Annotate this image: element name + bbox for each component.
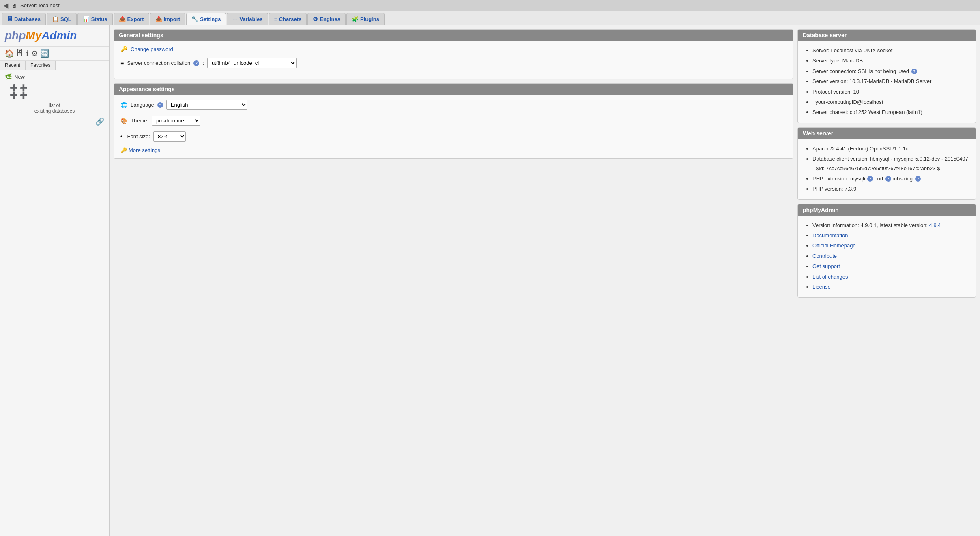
sidebar-icons: 🏠 🗄 ℹ ⚙ 🔄 [0, 47, 109, 61]
list-item: Database client version: libmysql - mysq… [812, 154, 969, 173]
back-arrow[interactable]: ◀ [3, 2, 8, 9]
general-settings-panel: General settings 🔑 Change password ≡ Ser… [114, 29, 793, 79]
bullet: • [120, 133, 122, 139]
change-password-row: 🔑 Change password [120, 46, 787, 52]
tab-variables[interactable]: ↔ Variables [227, 13, 268, 25]
sidebar-new[interactable]: 🌿 New [0, 70, 109, 83]
language-label: Language [131, 102, 154, 108]
link-icon[interactable]: 🔗 [95, 117, 104, 126]
sidebar-tabs: Recent Favorites [0, 61, 109, 70]
theme-label: Theme: [131, 118, 148, 124]
list-item: Documentation [812, 231, 969, 240]
font-size-label: Font size: [127, 133, 150, 139]
sidebar-expand-icons: ➕ ➕ ➕ ➕ [5, 84, 104, 99]
import-icon: 📥 [155, 16, 162, 22]
top-bar: ◀ 🖥 Server: localhost [0, 0, 980, 11]
list-item: License [812, 282, 969, 292]
documentation-link[interactable]: Documentation [812, 232, 848, 238]
engines-icon: ⚙ [313, 16, 318, 22]
tab-export[interactable]: 📤 Export [114, 13, 149, 25]
tab-status[interactable]: 📊 Status [77, 13, 113, 25]
mysqli-help-icon[interactable]: ? [867, 176, 873, 182]
theme-select[interactable]: pmahomme original [152, 116, 200, 126]
language-help-icon[interactable]: ? [157, 102, 163, 108]
expand-btn-4[interactable]: ➕ [19, 92, 28, 99]
license-link[interactable]: License [812, 284, 831, 290]
tab-import[interactable]: 📥 Import [150, 13, 185, 25]
collation-help-icon[interactable]: ? [193, 60, 199, 66]
variables-icon: ↔ [232, 16, 238, 22]
phpmyadmin-body: Version information: 4.9.0.1, latest sta… [798, 216, 976, 298]
logo-php: php [5, 29, 26, 42]
new-label: New [14, 74, 25, 80]
logo-admin: Admin [41, 29, 77, 42]
sql-icon: 📋 [52, 16, 59, 22]
version-link[interactable]: 4.9.4 [929, 222, 941, 228]
list-item: Contribute [812, 251, 969, 261]
ssl-help-icon[interactable]: ? [911, 69, 917, 74]
database-server-body: Server: Localhost via UNIX socket Server… [798, 41, 976, 123]
expand-btn-1[interactable]: ➕ [10, 85, 18, 91]
expand-btn-2[interactable]: ➕ [19, 85, 28, 91]
info-icon[interactable]: ℹ [26, 49, 29, 58]
tab-sql[interactable]: 📋 SQL [47, 13, 77, 25]
tab-charsets[interactable]: ≡ Charsets [269, 13, 307, 25]
sidebar-db-list: list of existing databases [0, 101, 109, 116]
db-icon[interactable]: 🗄 [16, 49, 24, 58]
collation-select[interactable]: utf8mb4_unicode_ci utf8_general_ci latin… [207, 58, 297, 68]
web-server-panel: Web server Apache/2.4.41 (Fedora) OpenSS… [797, 127, 976, 200]
collation-icon: ≡ [120, 60, 124, 66]
list-item: Protocol version: 10 [812, 87, 969, 96]
web-server-body: Apache/2.4.41 (Fedora) OpenSSL/1.1.1c Da… [798, 139, 976, 199]
font-size-select[interactable]: 72% 82% 92% 100% [153, 131, 186, 142]
charsets-icon: ≡ [274, 16, 277, 22]
list-item: Server connection: SSL is not being used… [812, 66, 969, 76]
list-item: Official Homepage [812, 241, 969, 250]
tab-databases[interactable]: 🗄 Databases [2, 13, 46, 25]
content-area: General settings 🔑 Change password ≡ Ser… [110, 25, 980, 536]
list-item: your-computingID@localhost [812, 97, 969, 107]
support-link[interactable]: Get support [812, 263, 840, 269]
main-layout: phpMyAdmin 🏠 🗄 ℹ ⚙ 🔄 Recent Favorites 🌿 … [0, 25, 980, 536]
collation-colon: : [202, 60, 204, 66]
sidebar: phpMyAdmin 🏠 🗄 ℹ ⚙ 🔄 Recent Favorites 🌿 … [0, 25, 110, 536]
contribute-link[interactable]: Contribute [812, 253, 837, 259]
settings-icon: 🔧 [191, 16, 198, 22]
more-settings-link[interactable]: 🔑 More settings [120, 147, 787, 153]
theme-icon: 🎨 [120, 118, 127, 124]
sidebar-tab-favorites[interactable]: Favorites [26, 61, 56, 70]
status-icon: 📊 [83, 16, 90, 22]
language-select[interactable]: English French German Spanish [166, 100, 247, 110]
more-settings-icon: 🔑 [120, 147, 127, 153]
tab-plugins[interactable]: 🧩 Plugins [346, 13, 385, 25]
logo: phpMyAdmin [0, 25, 109, 47]
curl-help-icon[interactable]: ? [885, 176, 891, 182]
right-panels: Database server Server: Localhost via UN… [797, 29, 976, 532]
general-settings-header: General settings [114, 30, 793, 41]
home-icon[interactable]: 🏠 [5, 49, 14, 58]
export-icon: 📤 [119, 16, 126, 22]
list-item: Server version: 10.3.17-MariaDB - MariaD… [812, 77, 969, 86]
change-password-link[interactable]: Change password [131, 46, 173, 52]
database-server-header: Database server [798, 30, 976, 41]
tab-engines[interactable]: ⚙ Engines [307, 13, 346, 25]
tab-settings[interactable]: 🔧 Settings [186, 13, 226, 25]
changes-link[interactable]: List of changes [812, 274, 848, 280]
left-panels: General settings 🔑 Change password ≡ Ser… [114, 29, 793, 532]
language-icon: 🌐 [120, 102, 127, 108]
refresh-icon[interactable]: 🔄 [40, 49, 49, 58]
top-bar-title: Server: localhost [20, 2, 60, 9]
theme-row: 🎨 Theme: pmahomme original [120, 116, 787, 126]
expand-btn-3[interactable]: ➕ [10, 92, 18, 99]
sidebar-tab-recent[interactable]: Recent [0, 61, 26, 70]
list-item: Server type: MariaDB [812, 56, 969, 65]
server-icon: 🖥 [11, 2, 17, 9]
new-icon: 🌿 [5, 73, 12, 80]
more-settings-row: 🔑 More settings [120, 147, 787, 153]
homepage-link[interactable]: Official Homepage [812, 242, 856, 249]
appearance-settings-body: 🌐 Language ? English French German Spani… [114, 95, 793, 158]
list-item: List of changes [812, 272, 969, 281]
list-item: PHP version: 7.3.9 [812, 184, 969, 193]
gear-icon[interactable]: ⚙ [31, 49, 38, 58]
mbstring-help-icon[interactable]: ? [915, 176, 921, 182]
